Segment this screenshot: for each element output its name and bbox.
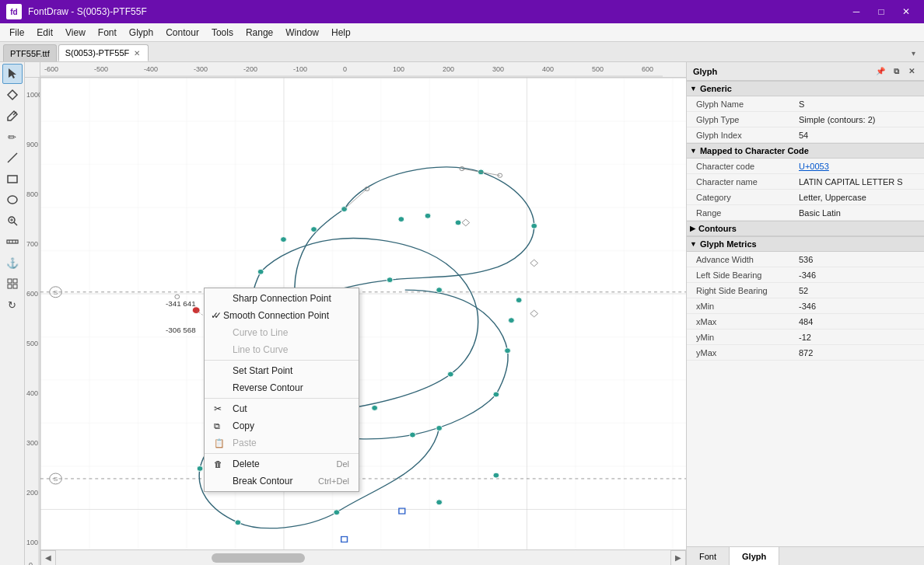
glyph-canvas[interactable]: S S — [40, 78, 686, 549]
ctx-reverse-contour[interactable]: Reverse Contour — [205, 379, 359, 396]
menu-window[interactable]: Window — [279, 26, 325, 40]
menu-tools[interactable]: Tools — [205, 26, 240, 40]
tab-bar: PTF55F.ttf S(0053)-PTF55F ✕ ▾ — [0, 42, 924, 62]
ctx-smooth-label: Smooth Connection Point — [223, 310, 329, 321]
expand-generic-icon: ▼ — [690, 85, 697, 92]
ctx-sharp-connection[interactable]: Sharp Connection Point — [205, 290, 359, 307]
prop-char-code: Character code U+0053 — [687, 159, 924, 174]
prop-lsb-label: Left Side Bearing — [690, 270, 799, 280]
menu-contour[interactable]: Contour — [159, 26, 205, 40]
prop-xmin-value: -346 — [799, 302, 921, 311]
transform-tool-btn[interactable]: ↻ — [2, 295, 23, 315]
pencil-tool-btn[interactable]: ✏ — [2, 127, 23, 147]
title-bar: fd FontDraw - S(0053)-PTF55F ─ □ ✕ — [0, 0, 924, 23]
panel-close-btn[interactable]: ✕ — [905, 65, 918, 78]
svg-text:500: 500 — [592, 65, 604, 73]
ctx-sharp-label: Sharp Connection Point — [233, 293, 331, 304]
ctx-break-contour[interactable]: Break Contour Ctrl+Del — [205, 473, 359, 490]
measure-tool-btn[interactable] — [2, 232, 23, 252]
prop-char-name-value: LATIN CAPITAL LETTER S — [799, 177, 921, 187]
scroll-thumb-h[interactable] — [212, 553, 305, 563]
panel-controls: 📌 ⧉ ✕ — [874, 65, 918, 78]
svg-text:200: 200 — [443, 65, 454, 73]
panel-bottom-tabs: Font Glyph — [687, 546, 924, 565]
tab-s0053[interactable]: S(0053)-PTF55F ✕ — [58, 44, 149, 61]
section-contours-label: Contours — [698, 224, 737, 233]
prop-glyph-type-label: Glyph Type — [690, 115, 799, 124]
ellipse-tool-btn[interactable] — [2, 190, 23, 210]
minimize-button[interactable]: ─ — [845, 4, 868, 19]
menu-edit[interactable]: Edit — [30, 26, 59, 40]
svg-point-64 — [436, 425, 443, 431]
zoom-tool-btn[interactable] — [2, 211, 23, 231]
scroll-left-btn[interactable]: ◀ — [40, 550, 56, 566]
menu-font[interactable]: Font — [92, 26, 123, 40]
ctx-paste: 📋 Paste — [205, 434, 359, 452]
node-tool-btn[interactable] — [2, 85, 23, 105]
section-generic[interactable]: ▼ Generic — [687, 81, 924, 96]
menu-file[interactable]: File — [3, 26, 30, 40]
menu-view[interactable]: View — [59, 26, 92, 40]
pointer-tool-btn[interactable] — [2, 64, 23, 84]
section-char-code[interactable]: ▼ Mapped to Character Code — [687, 143, 924, 159]
ctx-set-start-point[interactable]: Set Start Point — [205, 362, 359, 379]
context-menu: Sharp Connection Point ✓ Smooth Connecti… — [204, 288, 359, 492]
ctx-copy-label: Copy — [233, 420, 254, 431]
menu-help[interactable]: Help — [325, 26, 357, 40]
tab-ptf55f[interactable]: PTF55F.ttf — [3, 44, 57, 61]
ctx-delete[interactable]: 🗑 Delete Del — [205, 455, 359, 473]
window-title: FontDraw - S(0053)-PTF55F — [28, 6, 845, 17]
canvas-area[interactable]: -600 -500 -400 -300 -200 -100 0 100 200 … — [25, 62, 686, 565]
menu-glyph[interactable]: Glyph — [123, 26, 159, 40]
line-tool-btn[interactable] — [2, 148, 23, 168]
ctx-copy[interactable]: ⧉ Copy — [205, 417, 359, 434]
svg-rect-14 — [8, 284, 12, 288]
svg-text:500: 500 — [26, 340, 38, 347]
panel-tab-glyph[interactable]: Glyph — [730, 547, 779, 565]
prop-ymax-value: 872 — [799, 348, 921, 357]
prop-char-code-value[interactable]: U+0053 — [799, 162, 921, 171]
ctx-curve-to-line-label: Curve to Line — [233, 327, 288, 338]
window-controls: ─ □ ✕ — [845, 4, 918, 19]
section-metrics[interactable]: ▼ Glyph Metrics — [687, 236, 924, 252]
svg-point-90 — [509, 318, 515, 323]
prop-xmin-label: xMin — [690, 302, 799, 311]
horizontal-scrollbar[interactable]: ◀ ▶ — [40, 549, 686, 565]
rect-tool-btn[interactable] — [2, 169, 23, 189]
prop-glyph-name-value: S — [799, 99, 921, 109]
prop-glyph-name-label: Glyph Name — [690, 99, 799, 109]
svg-text:300: 300 — [492, 65, 504, 73]
close-button[interactable]: ✕ — [894, 4, 918, 19]
grid-tool-btn[interactable] — [2, 274, 23, 294]
tab-dropdown[interactable]: ▾ — [905, 44, 921, 61]
section-generic-label: Generic — [700, 84, 732, 93]
section-char-label: Mapped to Character Code — [700, 146, 809, 155]
ctx-delete-icon: 🗑 — [214, 459, 226, 469]
svg-text:200: 200 — [26, 489, 38, 497]
menu-range[interactable]: Range — [240, 26, 279, 40]
svg-text:S: S — [54, 289, 58, 296]
scroll-right-btn[interactable]: ▶ — [670, 550, 686, 566]
prop-xmax: xMax 484 — [687, 314, 924, 330]
svg-text:-100: -100 — [293, 65, 307, 73]
svg-point-92 — [436, 500, 443, 505]
tab-label-s0053: S(0053)-PTF55F — [65, 48, 130, 58]
section-contours[interactable]: ▶ Contours — [687, 221, 924, 236]
panel-tab-glyph-label: Glyph — [742, 552, 766, 561]
panel-float-btn[interactable]: ⧉ — [890, 65, 902, 78]
prop-rsb-value: 52 — [799, 286, 921, 295]
prop-xmax-label: xMax — [690, 317, 799, 326]
tab-close-s0053[interactable]: ✕ — [132, 49, 142, 58]
maximize-button[interactable]: □ — [870, 4, 893, 19]
svg-text:-600: -600 — [44, 65, 58, 73]
svg-text:900: 900 — [26, 141, 38, 148]
svg-point-58 — [493, 392, 499, 397]
ctx-smooth-connection[interactable]: ✓ Smooth Connection Point — [205, 307, 359, 324]
pen-tool-btn[interactable] — [2, 106, 23, 126]
panel-pin-btn[interactable]: 📌 — [874, 65, 887, 78]
prop-glyph-name: Glyph Name S — [687, 96, 924, 112]
panel-tab-font[interactable]: Font — [687, 547, 730, 565]
anchor-tool-btn[interactable]: ⚓ — [2, 253, 23, 273]
ctx-cut[interactable]: ✂ Cut — [205, 400, 359, 417]
prop-glyph-index-value: 54 — [799, 131, 921, 140]
